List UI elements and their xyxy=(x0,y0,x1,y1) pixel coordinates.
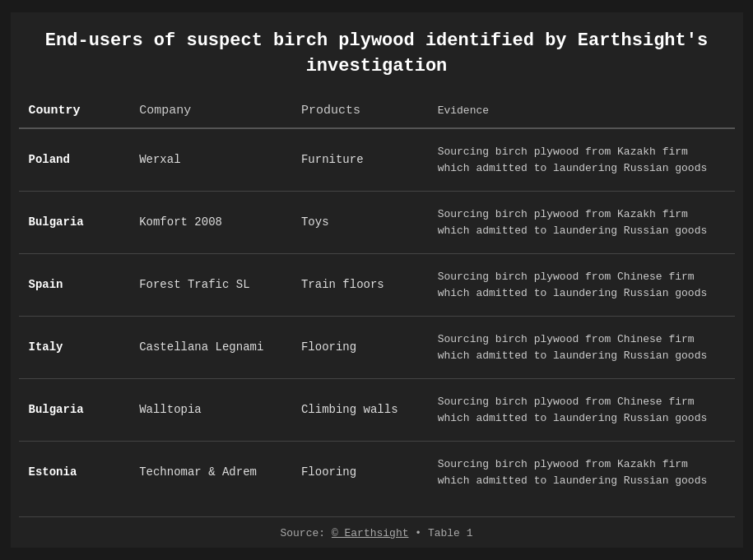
cell-evidence: Sourcing birch plywood from Kazakh firm … xyxy=(428,192,735,254)
cell-products: Climbing walls xyxy=(291,379,428,442)
cell-country: Italy xyxy=(19,317,130,379)
table-row: PolandWerxalFurnitureSourcing birch plyw… xyxy=(19,128,735,192)
cell-company: Walltopia xyxy=(129,379,291,442)
footer-suffix: • Table 1 xyxy=(415,527,472,539)
table-row: BulgariaKomfort 2008ToysSourcing birch p… xyxy=(19,192,735,254)
cell-country: Bulgaria xyxy=(19,379,130,442)
cell-evidence: Sourcing birch plywood from Chinese firm… xyxy=(428,379,735,442)
footer-link[interactable]: © Earthsight xyxy=(332,527,409,539)
footer: Source: © Earthsight • Table 1 xyxy=(19,516,735,539)
cell-company: Forest Trafic SL xyxy=(129,254,291,317)
data-table: Country Company Products Evidence Poland… xyxy=(19,95,735,503)
cell-company: Castellana Legnami xyxy=(129,317,291,379)
cell-evidence: Sourcing birch plywood from Chinese firm… xyxy=(428,254,735,317)
cell-products: Furniture xyxy=(291,128,428,192)
cell-company: Komfort 2008 xyxy=(129,192,291,254)
header-products: Products xyxy=(291,95,428,128)
table-row: SpainForest Trafic SLTrain floorsSourcin… xyxy=(19,254,735,317)
table-row: ItalyCastellana LegnamiFlooringSourcing … xyxy=(19,317,735,379)
footer-prefix: Source: xyxy=(280,527,325,539)
cell-country: Spain xyxy=(19,254,130,317)
cell-evidence: Sourcing birch plywood from Kazakh firm … xyxy=(428,442,735,504)
cell-products: Train floors xyxy=(291,254,428,317)
header-company: Company xyxy=(129,95,291,128)
cell-products: Toys xyxy=(291,192,428,254)
main-container: End-users of suspect birch plywood ident… xyxy=(11,12,743,548)
cell-country: Poland xyxy=(19,128,130,192)
cell-evidence: Sourcing birch plywood from Chinese firm… xyxy=(428,317,735,379)
cell-company: Werxal xyxy=(129,128,291,192)
cell-company: Technomar & Adrem xyxy=(129,442,291,504)
table-body: PolandWerxalFurnitureSourcing birch plyw… xyxy=(19,128,735,503)
table-row: BulgariaWalltopiaClimbing wallsSourcing … xyxy=(19,379,735,442)
cell-country: Estonia xyxy=(19,442,130,504)
cell-evidence: Sourcing birch plywood from Kazakh firm … xyxy=(428,128,735,192)
header-evidence: Evidence xyxy=(428,95,735,128)
cell-products: Flooring xyxy=(291,442,428,504)
cell-country: Bulgaria xyxy=(19,192,130,254)
table-header-row: Country Company Products Evidence xyxy=(19,95,735,128)
table-row: EstoniaTechnomar & AdremFlooringSourcing… xyxy=(19,442,735,504)
page-title: End-users of suspect birch plywood ident… xyxy=(19,29,735,80)
header-country: Country xyxy=(19,95,130,128)
cell-products: Flooring xyxy=(291,317,428,379)
